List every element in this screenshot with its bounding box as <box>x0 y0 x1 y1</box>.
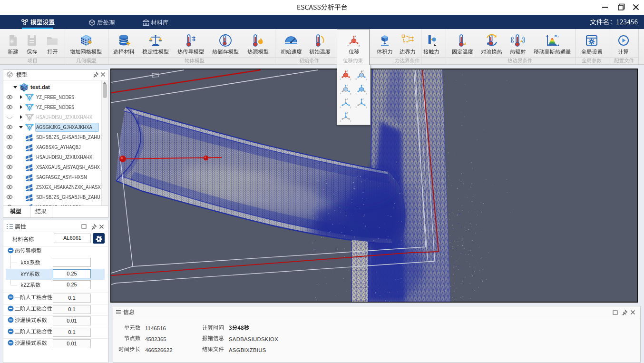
svg-text:z: z <box>546 35 547 38</box>
svg-text:y: y <box>350 106 351 108</box>
svg-text:y: y <box>350 78 351 80</box>
svg-text:y: y <box>366 78 367 80</box>
svg-text:z: z <box>347 98 348 100</box>
svg-text:x: x <box>355 78 357 80</box>
svg-text:z: z <box>362 98 364 100</box>
svg-text:z: z <box>347 84 348 87</box>
svg-text:x: x <box>355 106 357 108</box>
svg-text:x: x <box>558 44 559 47</box>
svg-text:y: y <box>350 119 351 122</box>
svg-text:x: x <box>347 44 349 47</box>
svg-text:y: y <box>350 92 351 95</box>
svg-text:z: z <box>362 69 364 72</box>
svg-text:x: x <box>340 92 341 95</box>
svg-text:y: y <box>557 35 559 38</box>
svg-text:y: y <box>366 92 367 95</box>
svg-text:x: x <box>340 78 341 80</box>
svg-text:y: y <box>359 44 360 47</box>
svg-text:y: y <box>366 106 367 108</box>
svg-text:x: x <box>355 92 357 95</box>
svg-text:z: z <box>362 84 364 87</box>
svg-text:z: z <box>347 111 348 114</box>
svg-text:z: z <box>347 69 348 72</box>
svg-text:x: x <box>340 119 341 122</box>
svg-text:z: z <box>355 35 356 38</box>
svg-text:x: x <box>340 106 341 108</box>
